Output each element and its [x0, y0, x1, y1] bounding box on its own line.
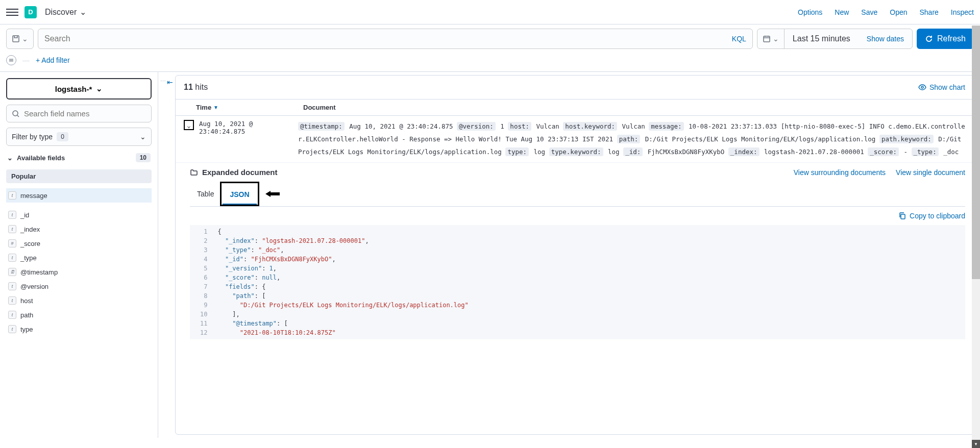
row-timestamp: Aug 10, 2021 @ 23:40:24.875: [196, 120, 298, 158]
kql-toggle[interactable]: KQL: [732, 35, 746, 43]
row-document: @timestamp: Aug 10, 2021 @ 23:40:24.875 …: [298, 120, 965, 158]
field-key: _index:: [728, 147, 760, 156]
app-title-label: Discover: [45, 8, 77, 17]
inspect-link[interactable]: Inspect: [951, 8, 974, 16]
app-logo[interactable]: D: [24, 6, 37, 18]
hits-count: 11 hits: [184, 83, 208, 92]
field-key: @version:: [457, 122, 496, 131]
field-item[interactable]: tmessage: [6, 188, 152, 203]
filter-by-type-count: 0: [57, 132, 68, 141]
date-quick-select[interactable]: ⌄: [757, 29, 785, 48]
show-chart-button[interactable]: Show chart: [918, 83, 965, 91]
menu-icon[interactable]: [6, 6, 18, 18]
query-bar: ⌄ KQL ⌄ Last 15 minutes Show dates Refre…: [0, 24, 980, 53]
svg-point-3: [921, 86, 923, 88]
copy-to-clipboard-button[interactable]: Copy to clipboard: [898, 212, 965, 220]
chevron-down-icon: ⌄: [80, 7, 86, 17]
expanded-tabs: Table JSON: [190, 182, 965, 207]
field-type-icon: t: [8, 311, 16, 319]
available-fields-toggle[interactable]: ⌄ Available fields 10: [6, 151, 152, 164]
scrollbar-thumb[interactable]: [972, 26, 980, 279]
tab-json[interactable]: JSON: [223, 185, 256, 205]
search-input[interactable]: [44, 34, 732, 43]
eye-icon: [918, 83, 926, 91]
popular-section-label: Popular: [6, 169, 152, 183]
filter-by-type[interactable]: Filter by type 0 ⌄: [6, 128, 152, 146]
filter-bar: — + Add filter: [0, 53, 980, 71]
hits-number: 11: [184, 83, 193, 91]
save-link[interactable]: Save: [861, 8, 877, 16]
hits-bar: 11 hits Show chart: [176, 76, 973, 99]
hits-word: hits: [195, 83, 208, 91]
date-range-value[interactable]: Last 15 minutes: [785, 34, 859, 43]
expand-row-button[interactable]: ⌄: [184, 120, 194, 130]
date-picker: ⌄ Last 15 minutes Show dates: [757, 29, 913, 49]
options-link[interactable]: Options: [798, 8, 822, 16]
available-fields-label: Available fields: [17, 154, 65, 162]
svg-rect-1: [764, 36, 770, 42]
search-icon: [12, 110, 20, 118]
field-type-icon: t: [8, 325, 16, 333]
field-item[interactable]: thost: [6, 293, 152, 308]
open-link[interactable]: Open: [890, 8, 907, 16]
json-code-block: 123456789101112 { "_index": "logstash-20…: [190, 225, 965, 339]
field-name: _index: [20, 226, 40, 233]
share-link[interactable]: Share: [920, 8, 939, 16]
field-item[interactable]: 🗓@timestamp: [6, 265, 152, 279]
dots-icon: ⋯: [160, 78, 166, 85]
resize-handle[interactable]: ⋯ ⇤: [158, 72, 175, 438]
scrollbar[interactable]: ▼: [972, 26, 980, 438]
filter-settings-icon[interactable]: [6, 55, 16, 65]
table-wrap[interactable]: Time ▼ Document ⌄ Aug 10, 2021 @ 23:40:2…: [176, 99, 973, 434]
field-name: @timestamp: [20, 268, 58, 276]
index-pattern-selector[interactable]: logstash-* ⌄: [6, 78, 152, 99]
top-links: Options New Save Open Share Inspect: [798, 8, 974, 16]
field-item[interactable]: ttype: [6, 322, 152, 336]
tab-table[interactable]: Table: [190, 185, 221, 203]
main-area: logstash-* ⌄ Filter by type 0 ⌄ ⌄ Availa…: [0, 71, 980, 438]
column-time[interactable]: Time ▼: [196, 104, 303, 111]
chevron-down-icon: ⌄: [22, 35, 28, 43]
sort-desc-icon: ▼: [213, 105, 218, 110]
expanded-title: Expanded document: [190, 168, 278, 177]
expanded-title-label: Expanded document: [202, 168, 278, 177]
collapse-icon: ⇤: [167, 78, 173, 86]
add-filter-button[interactable]: + Add filter: [36, 56, 70, 64]
field-item[interactable]: t_type: [6, 251, 152, 265]
field-type-icon: t: [8, 211, 16, 219]
view-surrounding-link[interactable]: View surrounding documents: [794, 168, 886, 177]
field-name: path: [20, 311, 33, 319]
field-search-input[interactable]: [24, 109, 146, 118]
chevron-down-icon: ⌄: [7, 154, 13, 162]
field-item[interactable]: #_score: [6, 236, 152, 251]
app-title-dropdown[interactable]: Discover ⌄: [45, 7, 86, 17]
svg-rect-0: [13, 36, 19, 42]
annotation-arrow-icon: [264, 189, 281, 198]
folder-open-icon: [190, 168, 198, 177]
field-key: _id:: [623, 147, 643, 156]
new-link[interactable]: New: [835, 8, 849, 16]
field-type-icon: t: [8, 191, 16, 200]
available-fields-count: 10: [136, 153, 151, 162]
field-item[interactable]: tpath: [6, 308, 152, 322]
field-type-icon: 🗓: [8, 268, 16, 276]
refresh-button[interactable]: Refresh: [917, 29, 974, 49]
code-gutter: 123456789101112: [190, 225, 213, 339]
view-single-link[interactable]: View single document: [896, 168, 965, 177]
show-dates-button[interactable]: Show dates: [859, 35, 912, 43]
sidebar: logstash-* ⌄ Filter by type 0 ⌄ ⌄ Availa…: [0, 72, 158, 438]
field-item[interactable]: t_id: [6, 208, 152, 222]
field-item[interactable]: t@version: [6, 279, 152, 293]
field-item[interactable]: t_index: [6, 222, 152, 236]
field-key: host:: [508, 122, 531, 131]
saved-query-button[interactable]: ⌄: [6, 29, 34, 49]
column-document: Document: [303, 104, 965, 111]
field-name: _score: [20, 240, 40, 247]
annotation-box: JSON: [220, 182, 259, 206]
refresh-icon: [925, 35, 933, 43]
copy-label: Copy to clipboard: [910, 212, 965, 220]
field-key: type:: [505, 147, 529, 156]
field-name: _id: [20, 211, 29, 219]
search-box: KQL: [38, 29, 753, 49]
expanded-document: Expanded document View surrounding docum…: [176, 163, 973, 347]
